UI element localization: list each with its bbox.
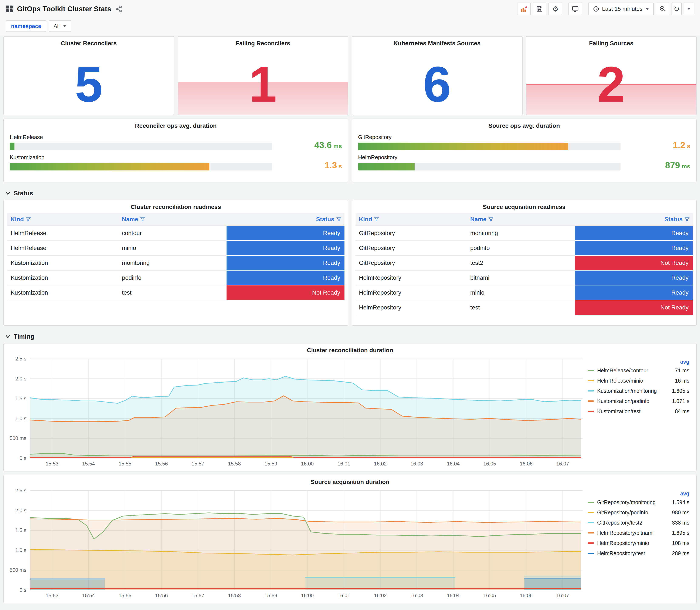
legend-item[interactable]: HelmRepository/minio 108 ms — [588, 538, 690, 548]
variable-namespace-value: All — [53, 23, 60, 30]
legend-item[interactable]: GitRepository/podinfo 980 ms — [588, 507, 690, 517]
filter-icon[interactable] — [374, 217, 379, 222]
cell-status: Ready — [575, 226, 693, 241]
legend-item[interactable]: HelmRepository/bitnami 1.695 s — [588, 528, 690, 538]
legend-item[interactable]: Kustomization/test 84 ms — [588, 406, 690, 416]
legend-item[interactable]: GitRepository/test2 338 ms — [588, 517, 690, 528]
section-row-timing[interactable]: Timing — [3, 329, 697, 343]
add-panel-button[interactable] — [517, 2, 531, 15]
dashboard-header: GitOps Toolkit Cluster Stats ⚙ Last 15 m… — [0, 0, 700, 18]
cell-kind: HelmRepository — [356, 270, 467, 285]
legend-item[interactable]: Kustomization/podinfo 1.071 s — [588, 396, 690, 406]
series-name: Kustomization/monitoring — [597, 388, 657, 394]
panel-title[interactable]: Failing Sources — [526, 36, 696, 48]
filter-icon[interactable] — [685, 217, 689, 222]
stat-value: 1 — [249, 62, 277, 107]
table-row: HelmRepository test Not Ready — [356, 300, 693, 315]
svg-text:15:55: 15:55 — [118, 461, 131, 467]
bar-gauge-row: GitRepository 1.2 s — [358, 134, 690, 150]
legend-item[interactable]: HelmRepository/test 289 ms — [588, 548, 690, 558]
series-name: GitRepository/monitoring — [597, 499, 655, 505]
series-name: Kustomization/podinfo — [597, 398, 649, 404]
share-icon[interactable] — [115, 5, 122, 12]
section-label: Timing — [14, 333, 34, 340]
cell-name: test — [467, 300, 575, 315]
refresh-interval-dropdown[interactable] — [684, 2, 694, 15]
series-color-dash — [588, 380, 594, 381]
column-header-status[interactable]: Status — [575, 213, 693, 226]
svg-text:15:54: 15:54 — [82, 461, 95, 467]
series-name: HelmRelease/contour — [597, 368, 648, 374]
cell-kind: GitRepository — [356, 256, 467, 270]
dashboard-grid-icon[interactable] — [6, 5, 13, 12]
panel-title[interactable]: Source acquisition duration — [4, 475, 696, 486]
filter-icon[interactable] — [337, 217, 341, 222]
cell-name: contour — [118, 226, 227, 241]
dashboard-settings-button[interactable]: ⚙ — [549, 2, 562, 15]
save-dashboard-button[interactable] — [533, 2, 547, 15]
legend-item[interactable]: Kustomization/monitoring 1.605 s — [588, 386, 690, 396]
panel-title[interactable]: Source ops avg. duration — [358, 119, 690, 130]
svg-text:16:06: 16:06 — [520, 593, 533, 598]
series-avg-value: 108 ms — [672, 540, 690, 546]
gauge-value: 1.2 s — [626, 141, 690, 150]
svg-text:15:59: 15:59 — [264, 461, 277, 467]
gauge-fill — [10, 163, 209, 171]
filter-icon[interactable] — [26, 217, 31, 222]
time-range-picker[interactable]: Last 15 minutes — [588, 2, 654, 15]
panel-title[interactable]: Failing Reconcilers — [178, 36, 348, 48]
cell-kind: GitRepository — [356, 226, 467, 241]
cycle-view-mode-button[interactable] — [568, 2, 582, 15]
filter-icon[interactable] — [140, 217, 145, 222]
legend-avg-header[interactable]: avg — [588, 491, 690, 497]
column-header-kind[interactable]: Kind — [356, 213, 467, 226]
status-badge: Not Ready — [227, 286, 344, 300]
panel-title[interactable]: Reconciler ops avg. duration — [10, 119, 342, 130]
time-range-label: Last 15 minutes — [602, 6, 642, 12]
legend-item[interactable]: GitRepository/monitoring 1.594 s — [588, 497, 690, 507]
series-color-dash — [588, 502, 594, 503]
column-header-name[interactable]: Name — [118, 213, 227, 226]
cell-name: test — [118, 285, 227, 300]
cell-name: monitoring — [467, 226, 575, 241]
svg-text:15:58: 15:58 — [228, 461, 241, 467]
column-header-kind[interactable]: Kind — [7, 213, 118, 226]
panel-title[interactable]: Kubernetes Manifests Sources — [352, 36, 522, 48]
gauge-track — [358, 143, 620, 150]
panel-title[interactable]: Cluster reconciliation duration — [4, 343, 696, 354]
column-header-status[interactable]: Status — [227, 213, 344, 226]
table-row: HelmRepository minio Ready — [356, 285, 693, 300]
column-header-name[interactable]: Name — [467, 213, 575, 226]
series-color-dash — [588, 400, 594, 402]
panel-title[interactable]: Source acquisition readiness — [352, 200, 696, 211]
series-name: GitRepository/podinfo — [597, 510, 648, 516]
timeseries-plot[interactable]: 15:5315:5415:5515:5615:5715:5815:5916:00… — [5, 354, 586, 468]
series-color-dash — [588, 522, 594, 523]
series-color-dash — [588, 542, 594, 544]
cell-name: minio — [118, 241, 227, 256]
cell-name: podinfo — [118, 270, 227, 285]
timeseries-plot[interactable]: 15:5315:5415:5515:5615:5715:5815:5916:00… — [5, 486, 586, 600]
table-row: Kustomization monitoring Ready — [7, 256, 344, 270]
svg-text:16:01: 16:01 — [338, 593, 350, 598]
gauge-track — [10, 163, 272, 171]
series-avg-value: 338 ms — [672, 520, 690, 526]
readiness-table: KindNameStatus HelmRelease contour Ready… — [7, 213, 344, 300]
series-color-dash — [588, 390, 594, 391]
section-row-status[interactable]: Status — [3, 186, 697, 200]
legend-item[interactable]: HelmRelease/minio 16 ms — [588, 375, 690, 386]
refresh-button[interactable]: ↻ — [671, 2, 682, 15]
cell-kind: HelmRepository — [356, 300, 467, 315]
svg-text:15:59: 15:59 — [264, 593, 277, 598]
variable-namespace-dropdown[interactable]: All — [49, 20, 71, 32]
legend-avg-header[interactable]: avg — [588, 359, 690, 365]
panel-title[interactable]: Cluster reconciliation readiness — [4, 200, 348, 211]
chevron-down-icon — [5, 191, 11, 195]
zoom-out-button[interactable] — [656, 2, 669, 15]
filter-icon[interactable] — [489, 217, 493, 222]
gauge-metric-label: GitRepository — [358, 134, 620, 141]
legend-item[interactable]: HelmRelease/contour 71 ms — [588, 365, 690, 375]
table-row: GitRepository podinfo Ready — [356, 241, 693, 256]
gear-icon: ⚙ — [552, 5, 558, 13]
panel-title[interactable]: Cluster Reconcilers — [4, 36, 174, 48]
